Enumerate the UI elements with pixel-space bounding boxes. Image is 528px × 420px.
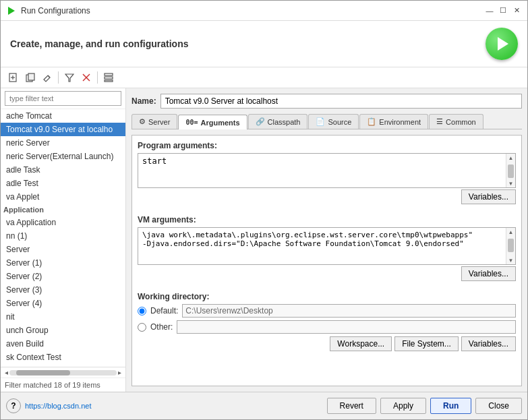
vm-args-scrollbar[interactable]: ▲ ▼ — [506, 228, 515, 264]
run-icon-button[interactable] — [486, 28, 518, 60]
scroll-down-arrow[interactable]: ▼ — [506, 179, 515, 187]
tab-common-label: Common — [446, 118, 476, 126]
list-item[interactable]: Server — [1, 243, 125, 256]
list-item[interactable]: aven Build — [1, 337, 125, 351]
program-args-scrollbar[interactable]: ▲ ▼ — [506, 154, 515, 187]
sidebar-scrollbar[interactable]: ◂ ▸ — [1, 367, 125, 378]
close-button[interactable]: Close — [475, 398, 522, 414]
vm-scroll-area — [506, 236, 515, 256]
tab-server[interactable]: ⚙ Server — [131, 114, 177, 129]
filter-status-text: Filter matched 18 of 19 items — [5, 381, 100, 389]
list-item-selected[interactable]: Tomcat v9.0 Server at localho — [1, 123, 125, 136]
default-radio-label: Default: — [150, 306, 178, 316]
svg-line-6 — [48, 76, 50, 78]
list-item[interactable]: Server (2) — [1, 270, 125, 283]
arguments-tab-icon: 00= — [185, 119, 198, 126]
tab-arguments[interactable]: 00= Arguments — [178, 115, 247, 129]
vm-args-label: VM arguments: — [138, 215, 516, 224]
vm-args-variables-button[interactable]: Variables... — [461, 266, 516, 281]
working-dir-section: Working directory: Default: Other: Works… — [138, 292, 516, 351]
new-configuration-button[interactable] — [6, 70, 21, 85]
minimize-button[interactable]: — — [484, 5, 495, 16]
apply-button[interactable]: Apply — [380, 398, 426, 414]
program-args-input[interactable]: start — [138, 154, 506, 187]
revert-button[interactable]: Revert — [327, 398, 376, 414]
program-args-label: Program arguments: — [138, 141, 516, 150]
scroll-up-arrow[interactable]: ▲ — [506, 154, 515, 162]
workspace-button[interactable]: Workspace... — [330, 336, 392, 351]
server-tab-icon: ⚙ — [139, 117, 146, 126]
filesystem-button[interactable]: File System... — [394, 336, 459, 351]
tab-classpath[interactable]: 🔗 Classpath — [248, 114, 308, 129]
play-icon — [498, 37, 508, 51]
default-radio-row: Default: — [138, 304, 516, 318]
list-item[interactable]: nit — [1, 310, 125, 324]
list-item[interactable]: adle Test — [1, 177, 125, 190]
bottom-bar: ? https://blog.csdn.net Revert Apply Run… — [1, 392, 527, 419]
vm-scroll-thumb — [508, 239, 514, 252]
list-item[interactable]: ache Tomcat — [1, 109, 125, 123]
name-input[interactable] — [160, 94, 522, 109]
default-dir-input[interactable] — [182, 304, 516, 318]
delete-icon — [82, 73, 91, 82]
classpath-tab-icon: 🔗 — [256, 117, 265, 126]
common-tab-icon: ☰ — [436, 117, 443, 126]
help-button[interactable]: ? — [6, 398, 21, 413]
main-content: ache Tomcat Tomcat v9.0 Server at localh… — [1, 88, 527, 392]
vm-args-input[interactable]: \java work\.metadata\.plugins\org.eclips… — [138, 228, 506, 264]
collapse-button[interactable] — [101, 70, 116, 85]
filter-icon — [65, 73, 74, 82]
list-item[interactable]: sk Context Test — [1, 351, 125, 364]
program-args-variables-button[interactable]: Variables... — [461, 189, 516, 204]
duplicate-button[interactable] — [23, 70, 38, 85]
scroll-thumb — [508, 164, 514, 178]
name-label: Name: — [131, 96, 156, 106]
delete-button[interactable] — [79, 70, 94, 85]
list-item[interactable]: va Application — [1, 216, 125, 229]
list-item[interactable]: neric Server — [1, 136, 125, 150]
filter-button[interactable] — [62, 70, 77, 85]
program-args-container: start ▲ ▼ — [138, 153, 516, 188]
list-item[interactable]: neric Server(External Launch) — [1, 150, 125, 163]
toolbar-separator-2 — [97, 71, 98, 84]
list-item[interactable]: Server (3) — [1, 283, 125, 297]
search-box — [1, 88, 125, 109]
list-item[interactable]: adle Task — [1, 163, 125, 177]
list-item[interactable]: va Applet — [1, 190, 125, 204]
list-item[interactable]: Server (1) — [1, 256, 125, 270]
run-button[interactable]: Run — [430, 398, 471, 414]
vm-scroll-down-arrow[interactable]: ▼ — [506, 256, 515, 264]
other-radio[interactable] — [138, 323, 146, 332]
working-dir-label: Working directory: — [138, 292, 516, 301]
title-bar: Run Configurations — ☐ ✕ — [1, 1, 527, 21]
url-link[interactable]: https://blog.csdn.net — [25, 402, 91, 410]
scroll-track[interactable] — [9, 370, 117, 376]
dir-variables-button[interactable]: Variables... — [461, 336, 516, 351]
edit-button[interactable] — [40, 70, 55, 85]
vm-args-section: VM arguments: \java work\.metadata\.plug… — [138, 215, 516, 287]
bottom-right: Revert Apply Run Close — [327, 398, 522, 414]
close-button[interactable]: ✕ — [511, 5, 522, 16]
dir-buttons: Workspace... File System... Variables... — [138, 336, 516, 351]
list-item[interactable]: Server (4) — [1, 297, 125, 310]
search-input[interactable] — [5, 91, 121, 106]
default-radio[interactable] — [138, 307, 146, 316]
collapse-icon — [104, 73, 113, 82]
scroll-right-arrow[interactable]: ▸ — [117, 369, 123, 376]
vm-args-container: \java work\.metadata\.plugins\org.eclips… — [138, 227, 516, 265]
tab-environment[interactable]: 📋 Environment — [359, 114, 428, 129]
tab-common[interactable]: ☰ Common — [429, 114, 483, 129]
vm-scroll-up-arrow[interactable]: ▲ — [506, 228, 515, 236]
sidebar: ache Tomcat Tomcat v9.0 Server at localh… — [1, 88, 126, 392]
other-radio-label: Other: — [150, 322, 173, 332]
window-icon — [6, 5, 17, 16]
scroll-area — [506, 162, 515, 179]
scroll-left-arrow[interactable]: ◂ — [3, 369, 9, 376]
tab-source[interactable]: 📄 Source — [308, 114, 359, 129]
list-item[interactable]: unch Group — [1, 324, 125, 337]
list-item[interactable]: nn (1) — [1, 229, 125, 243]
tab-classpath-label: Classpath — [268, 118, 301, 126]
maximize-button[interactable]: ☐ — [498, 5, 508, 16]
toolbar-separator-1 — [58, 71, 59, 84]
other-dir-input[interactable] — [177, 320, 516, 334]
